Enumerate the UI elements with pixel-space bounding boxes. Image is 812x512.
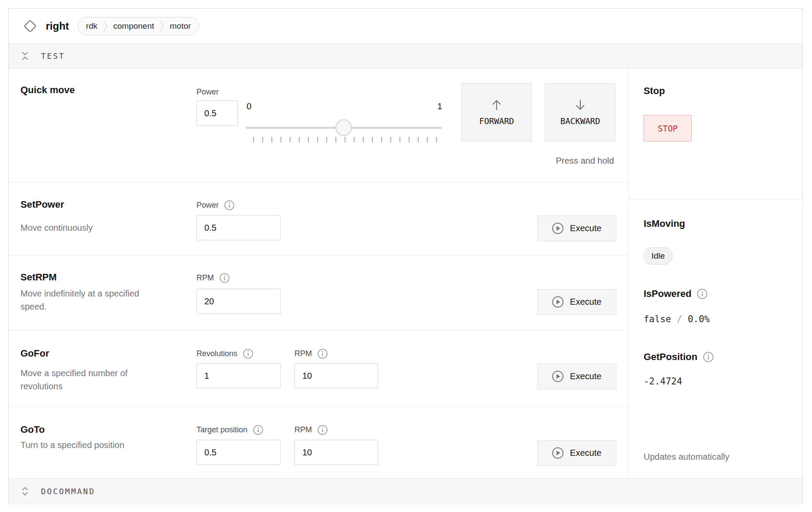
goto-execute-button[interactable]: Execute bbox=[537, 440, 616, 466]
gofor-rpm-input[interactable] bbox=[294, 363, 378, 388]
motor-panel-card: right rdk component motor TEST Quic bbox=[8, 8, 803, 504]
play-circle-icon bbox=[552, 447, 564, 459]
row-description: Move continuously bbox=[20, 221, 93, 234]
info-icon[interactable] bbox=[253, 424, 264, 435]
setrpm-rpm-input[interactable] bbox=[196, 289, 281, 314]
field-label: RPM bbox=[196, 273, 214, 283]
test-section-header[interactable]: TEST bbox=[9, 44, 802, 68]
updates-automatically-note: Updates automatically bbox=[643, 452, 729, 462]
setrpm-row: SetRPM Move indefinitely at a specified … bbox=[9, 255, 628, 330]
test-content: Quick move Power 0 1 bbox=[9, 68, 628, 478]
slider-max-label: 1 bbox=[437, 101, 442, 111]
forward-button-label: FORWARD bbox=[479, 116, 514, 126]
row-title: SetPower bbox=[20, 199, 64, 210]
status-sidebar: Stop STOP IsMoving Idle IsPowered false bbox=[628, 68, 802, 478]
field-label: Target position bbox=[196, 425, 247, 435]
diamond-icon bbox=[21, 17, 39, 35]
getposition-title-label: GetPosition bbox=[643, 351, 697, 363]
panel-header: right rdk component motor bbox=[9, 9, 802, 44]
test-section-label: TEST bbox=[41, 51, 65, 61]
play-circle-icon bbox=[552, 296, 564, 308]
breadcrumb-item: motor bbox=[170, 21, 191, 31]
row-description: Move a specified number of revolutions bbox=[20, 367, 164, 393]
play-circle-icon bbox=[552, 371, 564, 382]
gofor-revolutions-input[interactable] bbox=[196, 363, 281, 388]
arrow-up-icon bbox=[490, 99, 503, 111]
info-icon[interactable] bbox=[317, 424, 328, 435]
gofor-row: GoFor Move a specified number of revolut… bbox=[9, 330, 628, 407]
breadcrumb-item: rdk bbox=[86, 21, 97, 31]
collapse-vertical-icon bbox=[21, 51, 29, 61]
execute-button-label: Execute bbox=[570, 223, 601, 233]
row-description: Move indefinitely at a specified speed. bbox=[20, 287, 164, 313]
press-and-hold-hint: Press and hold bbox=[556, 156, 614, 166]
field-label: RPM bbox=[294, 425, 312, 435]
row-title: GoTo bbox=[20, 424, 45, 435]
setpower-power-input[interactable] bbox=[196, 215, 281, 240]
stop-button-label: STOP bbox=[658, 124, 678, 133]
row-title: GoFor bbox=[20, 348, 49, 359]
docommand-section-label: DOCOMMAND bbox=[41, 487, 95, 496]
slider-ticks bbox=[253, 137, 437, 142]
quick-move-power-input[interactable] bbox=[196, 101, 238, 126]
gofor-execute-button[interactable]: Execute bbox=[537, 364, 616, 389]
chevron-right-icon bbox=[103, 20, 108, 32]
goto-row: GoTo Turn to a specified position Target… bbox=[9, 407, 628, 478]
getposition-title: GetPosition bbox=[643, 351, 714, 363]
info-icon[interactable] bbox=[224, 200, 235, 211]
backward-button-label: BACKWARD bbox=[560, 116, 600, 126]
info-icon[interactable] bbox=[317, 348, 328, 359]
ispowered-title-label: IsPowered bbox=[643, 288, 691, 300]
stop-section: Stop STOP bbox=[629, 68, 802, 199]
goto-rpm-input[interactable] bbox=[294, 440, 378, 465]
backward-button[interactable]: BACKWARD bbox=[545, 83, 616, 141]
ismoving-status-badge: Idle bbox=[643, 247, 673, 265]
power-label: Power bbox=[196, 87, 219, 97]
breadcrumb-item: component bbox=[113, 21, 154, 31]
row-title: Quick move bbox=[20, 84, 75, 96]
docommand-section-header[interactable]: DOCOMMAND bbox=[9, 478, 802, 504]
quick-move-row: Quick move Power 0 1 bbox=[9, 68, 628, 182]
ispowered-value: false / 0.0% bbox=[643, 314, 710, 324]
row-description: Turn to a specified position bbox=[20, 438, 124, 451]
ismoving-badge-label: Idle bbox=[651, 251, 665, 261]
power-slider-knob[interactable] bbox=[335, 119, 352, 136]
expand-vertical-icon bbox=[21, 486, 29, 496]
status-section: IsMoving Idle IsPowered false / 0.0% Get bbox=[629, 199, 802, 478]
goto-target-position-input[interactable] bbox=[196, 440, 281, 465]
getposition-value: -2.4724 bbox=[643, 376, 682, 387]
setpower-row: SetPower Move continuously Power Exe bbox=[9, 182, 628, 255]
info-icon[interactable] bbox=[703, 351, 714, 363]
forward-button[interactable]: FORWARD bbox=[461, 83, 532, 141]
ispowered-title: IsPowered bbox=[643, 288, 708, 300]
component-name: right bbox=[46, 20, 69, 32]
field-label: RPM bbox=[294, 349, 312, 358]
stop-title: Stop bbox=[643, 85, 665, 97]
chevron-right-icon bbox=[160, 20, 164, 32]
execute-button-label: Execute bbox=[570, 371, 601, 381]
field-label: Power bbox=[196, 201, 219, 210]
ispowered-bool: false bbox=[643, 314, 671, 324]
setrpm-execute-button[interactable]: Execute bbox=[537, 289, 616, 315]
setpower-execute-button[interactable]: Execute bbox=[537, 216, 616, 241]
execute-button-label: Execute bbox=[570, 448, 601, 458]
info-icon[interactable] bbox=[243, 348, 254, 359]
stop-button[interactable]: STOP bbox=[643, 115, 692, 141]
arrow-down-icon bbox=[574, 99, 587, 111]
ismoving-title: IsMoving bbox=[643, 218, 685, 229]
row-title: SetRPM bbox=[20, 272, 57, 283]
info-icon[interactable] bbox=[219, 273, 230, 283]
play-circle-icon bbox=[552, 222, 564, 234]
ispowered-percent: 0.0% bbox=[688, 314, 710, 324]
slider-min-label: 0 bbox=[247, 101, 251, 111]
field-label: Revolutions bbox=[196, 349, 237, 358]
execute-button-label: Execute bbox=[570, 297, 601, 307]
breadcrumb: rdk component motor bbox=[78, 17, 199, 35]
ispowered-separator: / bbox=[677, 314, 682, 324]
info-icon[interactable] bbox=[697, 288, 708, 300]
